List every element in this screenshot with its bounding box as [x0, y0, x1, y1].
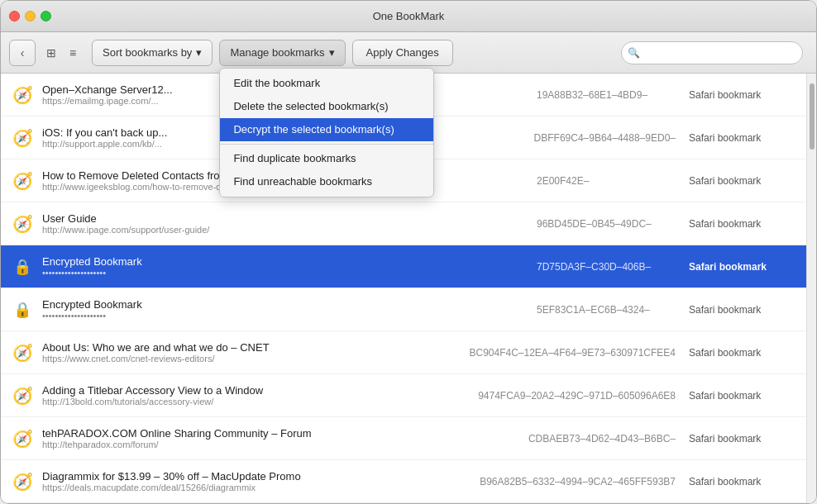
titlebar: One BookMark — [1, 1, 816, 32]
bookmark-type: Safari bookmark — [689, 476, 796, 487]
sort-dropdown-container: Sort bookmarks by ▾ — [92, 40, 213, 66]
bookmark-uuid: DBFF69C4–9B64–4488–9ED0– — [521, 132, 689, 144]
bookmark-url: •••••••••••••••••••• — [42, 311, 523, 321]
scrollbar[interactable] — [806, 74, 816, 503]
nav-back-button[interactable]: ‹ — [9, 40, 36, 66]
dropdown-separator — [220, 144, 433, 145]
compass-icon: 🧭 — [11, 470, 34, 493]
lock-icon: 🔒 — [11, 255, 34, 278]
search-icon: 🔍 — [628, 47, 640, 59]
window-controls — [9, 11, 51, 21]
grid-view-button[interactable]: ⊞ — [42, 44, 60, 62]
compass-icon: 🧭 — [11, 169, 34, 193]
sort-bookmarks-button[interactable]: Sort bookmarks by ▾ — [92, 40, 213, 66]
find-unreachable-label: Find unreachable bookmarks — [233, 175, 372, 188]
close-button[interactable] — [9, 11, 20, 21]
bookmark-title: About Us: Who we are and what we do – CN… — [42, 341, 456, 354]
table-row[interactable]: 🧭 User Guide http://www.ipage.com/suppor… — [1, 202, 806, 245]
bookmark-type: Safari bookmark — [689, 89, 796, 101]
back-arrow-icon: ‹ — [21, 46, 25, 59]
manage-button-label: Manage bookmarks — [230, 46, 324, 59]
minimize-button[interactable] — [25, 11, 36, 21]
edit-bookmark-label: Edit the bookmark — [233, 77, 320, 89]
bookmark-uuid: 2E00F42E– — [523, 175, 689, 187]
dropdown-item-edit[interactable]: Edit the bookmark — [220, 72, 433, 95]
scrollbar-thumb[interactable] — [810, 83, 815, 150]
manage-dropdown-menu: Edit the bookmark Delete the selected bo… — [219, 68, 434, 197]
compass-icon: 🧭 — [11, 384, 34, 407]
compass-icon: 🧭 — [11, 341, 34, 364]
dropdown-item-unreachable[interactable]: Find unreachable bookmarks — [220, 170, 433, 193]
bookmark-info: tehPARADOX.COM Online Sharing Community … — [42, 427, 515, 449]
bookmark-url: https://www.cnet.com/cnet-reviews-editor… — [42, 354, 456, 364]
window-title: One BookMark — [373, 10, 445, 22]
compass-icon: 🧭 — [11, 126, 34, 150]
bookmark-uuid: BC904F4C–12EA–4F64–9E73–630971CFEE4 — [456, 347, 689, 359]
bookmark-type: Safari bookmark — [689, 433, 796, 445]
bookmark-type: Safari bookmark — [689, 175, 796, 187]
bookmark-url: •••••••••••••••••••• — [42, 268, 523, 278]
compass-icon: 🧭 — [11, 427, 34, 450]
manage-dropdown-arrow-icon: ▾ — [329, 46, 335, 59]
bookmark-type: Safari bookmark — [689, 390, 796, 402]
bookmark-info: Encrypted Bookmark •••••••••••••••••••• — [42, 298, 523, 321]
list-icon: ≡ — [69, 46, 76, 59]
sort-button-label: Sort bookmarks by — [103, 46, 192, 59]
bookmark-uuid: 7D75DA3F–C30D–406B– — [523, 261, 689, 273]
table-row[interactable]: 🔒 Encrypted Bookmark •••••••••••••••••••… — [1, 288, 806, 331]
bookmark-type: Safari bookmark — [689, 218, 796, 230]
view-toggle: ⊞ ≡ — [42, 44, 82, 62]
apply-changes-button[interactable]: Apply Changes — [352, 40, 453, 66]
bookmark-info: User Guide http://www.ipage.com/support/… — [42, 212, 523, 235]
main-window: One BookMark ‹ ⊞ ≡ Sort bookmarks by ▾ M… — [0, 0, 817, 504]
bookmark-uuid: 9474FCA9–20A2–429C–971D–605096A6E8 — [465, 390, 689, 402]
manage-bookmarks-button[interactable]: Manage bookmarks ▾ — [219, 40, 345, 66]
search-input[interactable] — [621, 41, 803, 64]
bookmark-type: Safari bookmark — [689, 261, 796, 273]
bookmark-title: tehPARADOX.COM Online Sharing Community … — [42, 427, 515, 440]
compass-icon: 🧭 — [11, 83, 34, 107]
bookmark-url: http://13bold.com/tutorials/accessory-vi… — [42, 397, 465, 407]
table-row[interactable]: 🧭 Adding a Titlebar Accessory View to a … — [1, 374, 806, 417]
table-row[interactable]: 🔒 Encrypted Bookmark •••••••••••••••••••… — [1, 245, 806, 288]
bookmark-url: http://tehparadox.com/forum/ — [42, 440, 515, 449]
table-row[interactable]: 🧭 About Us: Who we are and what we do – … — [1, 331, 806, 374]
bookmark-type: Safari bookmark — [689, 304, 796, 316]
maximize-button[interactable] — [41, 11, 51, 21]
table-row[interactable]: 🧭 Diagrammix for $13.99 – 30% off – MacU… — [1, 460, 806, 503]
compass-icon: 🧭 — [11, 212, 34, 235]
bookmark-type: Safari bookmark — [689, 347, 796, 359]
bookmark-info: About Us: Who we are and what we do – CN… — [42, 341, 456, 364]
bookmark-title: Encrypted Bookmark — [42, 255, 523, 268]
dropdown-item-decrypt[interactable]: Decrypt the selected bookmark(s) — [220, 118, 433, 141]
decrypt-bookmark-label: Decrypt the selected bookmark(s) — [233, 123, 394, 136]
bookmark-title: Encrypted Bookmark — [42, 298, 523, 311]
search-wrapper: 🔍 — [621, 41, 808, 64]
table-row[interactable]: 🧭 tehPARADOX.COM Online Sharing Communit… — [1, 417, 806, 460]
grid-icon: ⊞ — [46, 46, 56, 59]
bookmark-uuid: B96A82B5–6332–4994–9CA2–465FF593B7 — [466, 476, 689, 487]
bookmark-uuid: CDBAEB73–4D62–4D43–B6BC– — [515, 433, 689, 445]
bookmark-url: http://www.ipage.com/support/user-guide/ — [42, 225, 523, 235]
dropdown-item-duplicates[interactable]: Find duplicate bookmarks — [220, 147, 433, 170]
sort-dropdown-arrow-icon: ▾ — [196, 46, 202, 59]
bookmark-info: Adding a Titlebar Accessory View to a Wi… — [42, 384, 465, 407]
bookmark-url: https://deals.macupdate.com/deal/15266/d… — [42, 483, 466, 492]
find-duplicates-label: Find duplicate bookmarks — [233, 152, 356, 164]
toolbar: ‹ ⊞ ≡ Sort bookmarks by ▾ Manage bookmar… — [1, 32, 816, 74]
bookmark-uuid: 19A88B32–68E1–4BD9– — [523, 89, 689, 101]
list-view-button[interactable]: ≡ — [64, 44, 82, 62]
bookmark-uuid: 5EF83C1A–EC6B–4324– — [523, 304, 689, 316]
bookmark-uuid: 96BD45DE–0B45–49DC– — [523, 218, 689, 230]
bookmark-info: Diagrammix for $13.99 – 30% off – MacUpd… — [42, 470, 466, 492]
bookmark-info: Encrypted Bookmark •••••••••••••••••••• — [42, 255, 523, 278]
bookmark-title: Diagrammix for $13.99 – 30% off – MacUpd… — [42, 470, 466, 483]
bookmark-type: Safari bookmark — [689, 132, 796, 144]
manage-dropdown-container: Manage bookmarks ▾ Edit the bookmark Del… — [219, 40, 345, 66]
delete-bookmark-label: Delete the selected bookmark(s) — [233, 100, 388, 112]
dropdown-item-delete[interactable]: Delete the selected bookmark(s) — [220, 95, 433, 118]
bookmark-title: Adding a Titlebar Accessory View to a Wi… — [42, 384, 465, 397]
lock-icon: 🔒 — [11, 298, 34, 321]
bookmark-title: User Guide — [42, 212, 523, 225]
